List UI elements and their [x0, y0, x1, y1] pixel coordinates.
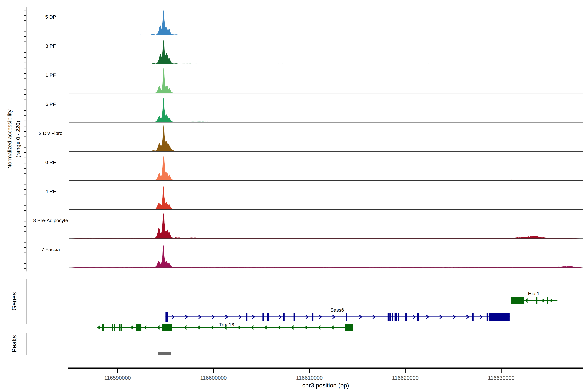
track-label: 2 Div Fibro	[39, 130, 62, 136]
exon	[398, 313, 399, 320]
exon	[489, 313, 510, 320]
track-label: 1 PF	[46, 72, 56, 78]
gene-label: Hiat1	[528, 291, 540, 296]
exon	[547, 297, 548, 304]
x-axis-line	[68, 368, 583, 369]
gene-label: Trmt13	[219, 322, 234, 327]
exon	[120, 324, 122, 331]
exon	[486, 313, 488, 320]
exon	[162, 324, 172, 331]
exon	[136, 324, 141, 331]
exon	[246, 313, 247, 320]
track-label: 4 RF	[45, 189, 56, 194]
track-label: 0 RF	[45, 160, 56, 165]
y-axis-label-line2: (range 0 - 220)	[15, 121, 21, 158]
exon	[392, 313, 393, 320]
exon	[394, 313, 397, 320]
exon	[119, 324, 120, 331]
exon	[472, 313, 474, 320]
peak-region-bar	[158, 352, 171, 355]
exon	[112, 324, 113, 331]
track-label: 6 PF	[46, 102, 56, 107]
x-axis-tick-label: 116590000	[104, 375, 131, 381]
x-axis-tick-label: 116600000	[200, 375, 227, 381]
figure-background	[0, 0, 588, 392]
track-label: 3 PF	[46, 43, 56, 49]
y-axis-label-line1: Normalized accessibility	[6, 110, 12, 169]
exon	[406, 313, 407, 320]
peaks-section-label: Peaks	[11, 335, 18, 352]
x-axis-tick-label: 116610000	[296, 375, 323, 381]
x-axis-tick-label: 116620000	[392, 375, 418, 381]
exon	[283, 313, 284, 320]
x-axis-title: chr3 position (bp)	[302, 382, 349, 389]
exon	[166, 312, 168, 322]
exon	[294, 313, 295, 320]
exon	[390, 313, 391, 320]
exon	[388, 313, 390, 320]
exon	[345, 324, 353, 331]
peaks-panel	[158, 352, 171, 355]
exon	[114, 324, 115, 331]
track-label: 7 Fascia	[41, 247, 60, 252]
exon	[511, 297, 524, 304]
exon	[267, 313, 269, 320]
x-axis-tick-label: 116630000	[488, 375, 514, 381]
exon	[536, 297, 537, 304]
track-label: 5 DP	[45, 14, 56, 20]
exon	[262, 313, 264, 320]
coverage-plot-figure: 5 DP3 PF1 PF6 PF2 Div Fibro0 RF4 RF8 Pre…	[0, 0, 588, 392]
exon	[102, 324, 104, 331]
genes-section-label: Genes	[11, 292, 18, 310]
track-label: 8 Pre-Adipocyte	[33, 218, 68, 223]
gene-label: Sass6	[330, 307, 344, 312]
exon	[346, 313, 347, 320]
exon	[312, 313, 313, 320]
exon	[417, 313, 419, 320]
